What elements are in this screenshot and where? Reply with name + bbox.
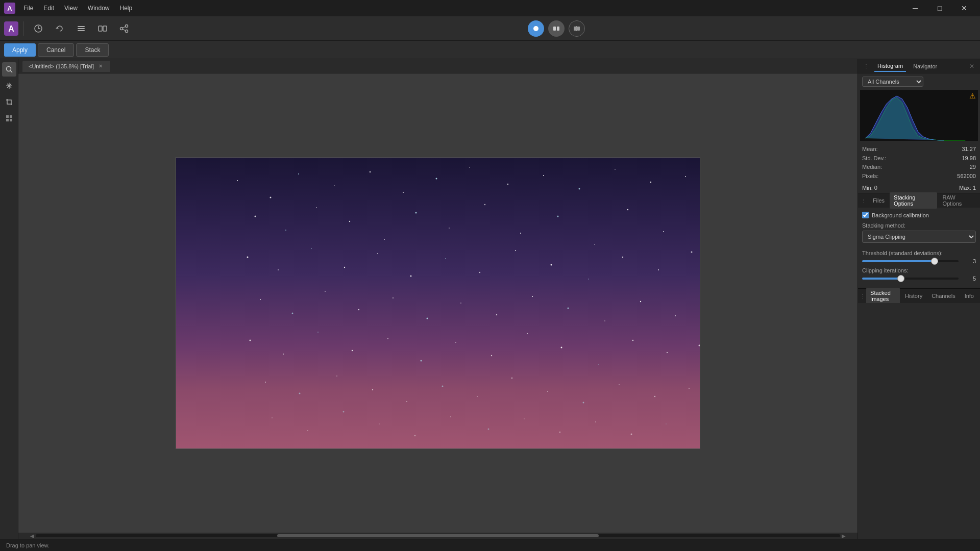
svg-point-81 — [675, 315, 676, 316]
threshold-slider-thumb[interactable] — [931, 258, 938, 265]
scrollbar-track[interactable] — [36, 534, 840, 537]
zoom-tool[interactable] — [2, 62, 16, 77]
tab-raw-options[interactable]: RAW Options — [938, 192, 978, 209]
svg-point-57 — [311, 248, 312, 249]
median-value: 29 — [970, 163, 976, 172]
svg-point-113 — [414, 435, 415, 436]
pixels-value: 562000 — [957, 172, 976, 181]
close-button[interactable]: ✕ — [952, 0, 976, 16]
svg-point-33 — [403, 192, 404, 193]
svg-point-117 — [559, 432, 560, 433]
svg-point-75 — [460, 303, 461, 304]
zoom-icon — [5, 65, 13, 73]
svg-point-90 — [527, 333, 528, 334]
svg-point-87 — [421, 360, 422, 362]
toolbar-divider-1 — [23, 21, 24, 36]
menu-file[interactable]: File — [19, 3, 37, 14]
tab-channels[interactable]: Channels — [927, 291, 959, 301]
panel-divider-btn[interactable]: ⋮ — [862, 59, 870, 73]
svg-point-92 — [598, 364, 599, 365]
svg-point-61 — [445, 258, 446, 259]
svg-point-59 — [377, 253, 378, 254]
svg-point-48 — [449, 228, 450, 229]
view-compare-button[interactable] — [569, 20, 585, 37]
split-button[interactable] — [93, 19, 112, 38]
sync-button[interactable] — [29, 19, 47, 38]
svg-point-53 — [627, 209, 628, 210]
svg-rect-9 — [99, 26, 102, 31]
svg-point-42 — [255, 216, 256, 217]
svg-point-64 — [551, 264, 552, 266]
tab-stacking-options[interactable]: Stacking Options — [890, 192, 937, 209]
canvas-wrapper[interactable] — [18, 73, 857, 533]
menu-edit[interactable]: Edit — [39, 3, 58, 14]
menu-window[interactable]: Window — [84, 3, 114, 14]
svg-point-94 — [667, 352, 668, 353]
view-compare-icon — [573, 25, 580, 32]
crop-icon — [5, 98, 13, 106]
svg-point-103 — [511, 378, 512, 379]
tab-files[interactable]: Files — [869, 195, 889, 206]
tab-navigator[interactable]: Navigator — [910, 61, 940, 71]
svg-point-83 — [283, 354, 284, 355]
histogram-stats: Mean: 31.27 Std. Dev.: 19.98 Median: 29 … — [858, 143, 980, 183]
view-split-button[interactable] — [548, 20, 565, 37]
svg-point-22 — [6, 67, 11, 71]
svg-point-112 — [379, 423, 380, 424]
stack-button[interactable]: Stack — [76, 43, 109, 57]
background-calibration-checkbox[interactable] — [862, 212, 869, 218]
scrollbar-thumb[interactable] — [277, 534, 599, 537]
view-split-icon — [553, 25, 560, 32]
minimize-button[interactable]: ─ — [903, 0, 927, 16]
iterations-slider-track[interactable] — [862, 278, 959, 280]
svg-point-12 — [120, 27, 123, 30]
canvas-tab-title: <Untitled> (135.8%) [Trial] — [29, 63, 94, 69]
tab-stacked-images[interactable]: Stacked Images — [866, 288, 900, 304]
scroll-left-arrow[interactable]: ◀ — [29, 532, 36, 539]
stars-svg — [176, 158, 700, 448]
cancel-button[interactable]: Cancel — [38, 43, 74, 57]
stacking-content: Background calibration Stacking method: … — [858, 208, 980, 288]
tab-history[interactable]: History — [901, 291, 926, 301]
crop-tool[interactable] — [2, 95, 16, 109]
svg-rect-18 — [557, 27, 559, 31]
menu-help[interactable]: Help — [116, 3, 137, 14]
share-button[interactable] — [115, 19, 133, 38]
menu-view[interactable]: View — [60, 3, 82, 14]
maximize-button[interactable]: □ — [928, 0, 951, 16]
panel-tabs-section: ⋮ Files Stacking Options RAW Options Bac… — [858, 193, 980, 288]
list-button[interactable] — [72, 19, 90, 38]
bottom-panel-divider[interactable]: ⋮ — [860, 289, 865, 303]
mean-label: Mean: — [862, 145, 878, 154]
svg-point-68 — [691, 252, 693, 253]
threshold-slider-track[interactable] — [862, 260, 959, 262]
scroll-right-arrow[interactable]: ▶ — [840, 532, 847, 539]
title-bar-left: A File Edit View Window Help — [4, 3, 136, 14]
iterations-slider-fill — [862, 278, 901, 280]
svg-point-58 — [344, 267, 345, 268]
svg-point-67 — [658, 269, 659, 270]
svg-point-82 — [250, 340, 251, 341]
svg-point-88 — [455, 342, 456, 343]
tab-histogram[interactable]: Histogram — [874, 61, 906, 72]
panel-collapse-btn[interactable]: ✕ — [968, 59, 976, 73]
apply-button[interactable]: Apply — [4, 43, 36, 57]
reset-button[interactable] — [51, 19, 69, 38]
menu-bar: File Edit View Window Help — [19, 3, 136, 14]
svg-point-100 — [406, 401, 407, 402]
pan-tool[interactable] — [2, 79, 16, 93]
bottom-panel-content — [858, 303, 980, 539]
iterations-slider-thumb[interactable] — [897, 275, 904, 282]
svg-point-118 — [595, 421, 596, 422]
tab-info[interactable]: Info — [961, 291, 978, 301]
channels-select[interactable]: All Channels — [862, 77, 923, 87]
view-single-button[interactable] — [528, 20, 544, 37]
panel-section-divider[interactable]: ⋮ — [860, 193, 868, 208]
svg-line-15 — [122, 29, 126, 31]
grid-tool[interactable] — [2, 111, 16, 126]
svg-rect-7 — [78, 28, 85, 29]
channels-select-row: All Channels — [858, 73, 980, 90]
close-tab-button[interactable]: ✕ — [97, 63, 104, 70]
stacking-method-select[interactable]: Sigma Clipping Average Median Maximum Mi… — [862, 231, 976, 243]
horizontal-scrollbar[interactable]: ◀ ▶ — [18, 533, 857, 539]
